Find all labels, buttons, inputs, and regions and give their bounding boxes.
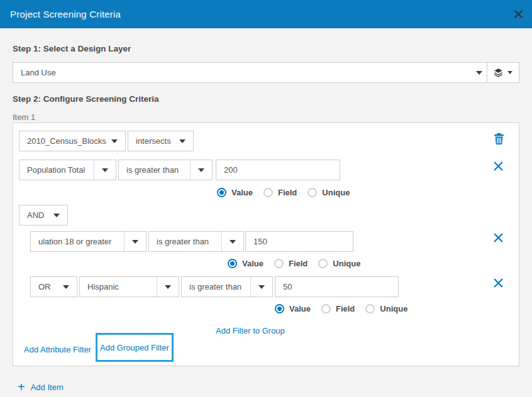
filter1-field-arrow[interactable] — [94, 160, 116, 180]
filter2-operator-dropdown[interactable]: is greater than — [148, 231, 244, 252]
filter2-field-arrow[interactable] — [124, 232, 146, 251]
radio-value[interactable]: Value — [275, 304, 311, 313]
add-attribute-filter-link[interactable]: Add Attribute Filter — [24, 345, 91, 354]
radio-unselected-icon[interactable] — [308, 188, 317, 197]
plus-icon: + — [18, 381, 25, 393]
radio-unselected-icon[interactable] — [274, 259, 284, 268]
filter1-field-value: Population Total — [19, 165, 94, 175]
close-icon[interactable] — [513, 9, 524, 20]
add-item-label: Add Item — [31, 383, 64, 392]
filter3-operator-value: is greater than — [182, 282, 250, 291]
add-grouped-filter-link[interactable]: Add Grouped Filter — [100, 343, 169, 352]
step2-label: Step 2: Configure Screening Criteria — [13, 94, 159, 104]
filter1-operator-arrow[interactable] — [190, 160, 212, 180]
radio-unique[interactable]: Unique — [318, 259, 360, 268]
remove-filter1-button[interactable] — [493, 161, 503, 171]
radio-field[interactable]: Field — [274, 259, 308, 268]
filter2-logic-value: AND — [19, 210, 48, 220]
dialog-title: Project Screening Criteria — [0, 9, 121, 19]
design-layer-select[interactable]: Land Use — [13, 62, 519, 83]
filter3-field-dropdown[interactable]: Hispanic — [79, 276, 179, 297]
radio-field[interactable]: Field — [263, 188, 297, 197]
filter2-operator-arrow[interactable] — [221, 232, 243, 251]
filter3-operator-dropdown[interactable]: is greater than — [181, 276, 273, 297]
design-layer-select-value: Land Use — [13, 68, 476, 77]
add-filter-to-group-link[interactable]: Add Filter to Group — [216, 326, 285, 335]
filter-layer-dropdown[interactable]: 2010_Census_Blocks — [19, 131, 126, 151]
remove-filter2-button[interactable] — [493, 232, 503, 242]
radio-field[interactable]: Field — [321, 304, 355, 313]
filter1-field-dropdown[interactable]: Population Total — [19, 160, 116, 180]
chevron-down-icon — [63, 285, 69, 289]
step1-label: Step 1: Select a Design Layer — [13, 44, 131, 53]
chevron-down-icon — [198, 168, 204, 172]
close-icon — [494, 161, 503, 171]
item-title: Item 1 — [13, 112, 35, 122]
trash-icon — [494, 133, 504, 144]
filter-layer-value: 2010_Census_Blocks — [19, 136, 106, 146]
layers-dropdown-button[interactable] — [487, 63, 519, 82]
radio-unique[interactable]: Unique — [365, 304, 407, 313]
chevron-down-icon — [476, 71, 482, 75]
filter1-operator-dropdown[interactable]: is greater than — [118, 160, 213, 180]
filter3-value-input[interactable] — [275, 276, 399, 297]
filter2-logic-dropdown[interactable]: AND — [19, 205, 68, 226]
filter1-value-input[interactable] — [216, 160, 340, 180]
radio-unselected-icon[interactable] — [263, 188, 273, 197]
layers-icon — [494, 68, 503, 77]
chevron-down-icon — [507, 71, 513, 74]
chevron-down-icon — [132, 240, 138, 244]
chevron-down-icon — [230, 240, 236, 244]
radio-unselected-icon[interactable] — [321, 304, 331, 313]
chevron-down-icon — [165, 285, 171, 289]
remove-filter3-button[interactable] — [493, 278, 503, 288]
radio-selected-icon[interactable] — [217, 188, 226, 197]
delete-item-button[interactable] — [493, 133, 504, 144]
filter2-mode-radios: Value Field Unique — [228, 259, 360, 268]
filter2-operator-value: is greater than — [149, 237, 221, 246]
filter1-mode-radios: Value Field Unique — [217, 188, 350, 197]
radio-selected-icon[interactable] — [228, 259, 237, 268]
filter3-field-arrow[interactable] — [157, 277, 179, 296]
filter3-mode-radios: Value Field Unique — [275, 304, 407, 313]
add-grouped-filter-highlight: Add Grouped Filter — [96, 333, 174, 362]
filter2-field-value: ulation 18 or greater — [31, 237, 124, 246]
screening-item-panel: 2010_Census_Blocks intersects Population… — [13, 122, 519, 366]
chevron-down-icon — [258, 285, 265, 289]
chevron-down-icon — [111, 139, 118, 143]
filter3-field-value: Hispanic — [80, 282, 157, 291]
filter3-logic-dropdown[interactable]: OR — [30, 276, 77, 297]
radio-selected-icon[interactable] — [275, 304, 284, 313]
spatial-operator-dropdown[interactable]: intersects — [128, 131, 194, 151]
filter3-operator-arrow[interactable] — [250, 277, 272, 296]
radio-value[interactable]: Value — [228, 259, 263, 268]
chevron-down-icon — [53, 214, 60, 217]
filter3-logic-value: OR — [31, 282, 58, 291]
dialog-header: Project Screening Criteria — [0, 0, 532, 28]
filter2-field-dropdown[interactable]: ulation 18 or greater — [30, 231, 147, 252]
filter1-operator-value: is greater than — [119, 165, 190, 175]
radio-unselected-icon[interactable] — [318, 259, 328, 268]
radio-unselected-icon[interactable] — [365, 304, 375, 313]
spatial-operator-value: intersects — [128, 136, 174, 146]
radio-unique[interactable]: Unique — [308, 188, 350, 197]
chevron-down-icon — [102, 168, 108, 172]
close-icon — [494, 233, 503, 242]
close-icon — [494, 278, 503, 288]
filter2-value-input[interactable] — [245, 231, 353, 252]
add-item-button[interactable]: + Add Item — [18, 381, 64, 393]
radio-value[interactable]: Value — [217, 188, 253, 197]
chevron-down-icon — [179, 139, 186, 143]
